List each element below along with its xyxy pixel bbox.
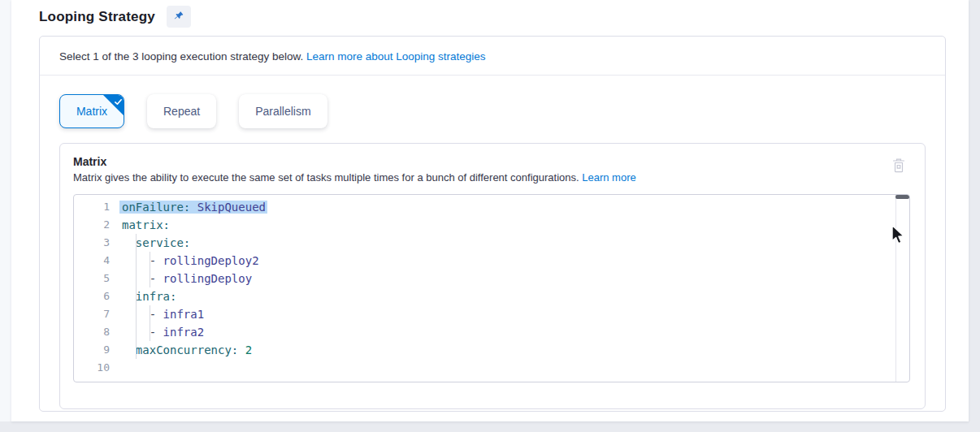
line-number: 9 [74,341,110,359]
code-text: - infra2 [110,323,204,341]
code-line[interactable]: 1 onFailure: SkipQueued [74,198,909,216]
strategy-card-body: Matrix Repeat Parallelism Matrix Matrix … [40,76,945,409]
yaml-dash: - [122,326,163,339]
tab-matrix[interactable]: Matrix [59,94,124,128]
selected-text: onFailure: SkipQueued [122,201,266,214]
yaml-dash: - [122,308,163,321]
yaml-number: 2 [238,343,252,356]
matrix-description-text: Matrix gives the ability to execute the … [73,171,582,184]
yaml-key: infra: [122,290,176,303]
yaml-key: onFailure: [122,201,190,214]
code-text [110,359,122,377]
delete-strategy-button[interactable] [891,156,907,177]
tab-parallelism-label: Parallelism [255,105,310,118]
matrix-detail-title: Matrix [73,155,910,168]
code-text: - infra1 [110,305,204,323]
code-line[interactable]: 4 - rollingDeploy2 [74,252,909,270]
yaml-editor[interactable]: 1 onFailure: SkipQueued 2 matrix: 3 serv… [73,194,910,382]
line-number: 5 [74,270,110,287]
page-title: Looping Strategy [39,9,155,25]
code-line[interactable]: 6 infra: [74,287,909,305]
code-line[interactable]: 9 maxConcurrency: 2 [74,341,909,359]
code-text: maxConcurrency: 2 [110,341,252,359]
code-line[interactable]: 5 - rollingDeploy [74,270,909,287]
yaml-dash: - [122,272,163,285]
learn-more-link[interactable]: Learn more [582,171,635,184]
indent-guide [150,305,150,341]
strategy-tabs: Matrix Repeat Parallelism [59,94,926,128]
strategy-intro: Select 1 of the 3 looping execution stra… [40,37,945,76]
code-line[interactable]: 10 [74,359,909,377]
trash-icon [892,163,905,175]
yaml-key: maxConcurrency: [122,343,238,356]
line-number: 10 [74,359,110,377]
code-line[interactable]: 3 service: [74,234,909,252]
tab-repeat-label: Repeat [163,105,200,118]
line-number: 2 [74,216,110,234]
code-text: matrix: [110,216,170,234]
code-line[interactable]: 2 matrix: [74,216,909,234]
yaml-value: infra1 [163,308,205,321]
code-line[interactable]: 7 - infra1 [74,305,909,323]
looping-strategies-link[interactable]: Learn more about Looping strategies [306,50,486,63]
yaml-value: rollingDeploy2 [163,254,259,267]
line-number: 8 [74,323,110,341]
yaml-dash: - [122,254,163,267]
yaml-value: SkipQueued [190,201,266,214]
looping-strategy-panel: Looping Strategy Select 1 of the 3 loopi… [11,0,969,421]
line-number: 4 [74,252,110,270]
pin-icon [172,10,184,24]
matrix-detail-description: Matrix gives the ability to execute the … [73,171,910,184]
indent-guide [150,252,150,287]
line-number: 1 [74,198,110,216]
code-line[interactable]: 8 - infra2 [74,323,909,341]
page-background-strip [0,0,11,421]
yaml-key: service: [122,236,190,249]
code-text: onFailure: SkipQueued [110,198,266,216]
tab-repeat[interactable]: Repeat [147,94,216,128]
code-text: - rollingDeploy [110,270,252,287]
check-icon [114,96,123,109]
code-text: service: [110,234,190,252]
indent-guide [136,234,137,359]
line-number: 6 [74,287,110,305]
code-text: - rollingDeploy2 [110,252,259,270]
strategy-card: Select 1 of the 3 looping execution stra… [39,36,946,412]
scrollbar-thumb[interactable] [895,195,909,199]
yaml-key: matrix: [122,218,170,231]
line-number: 3 [74,234,110,252]
yaml-value: rollingDeploy [163,272,253,285]
yaml-value: infra2 [163,326,205,339]
intro-text: Select 1 of the 3 looping execution stra… [59,50,306,63]
scrollbar-track[interactable] [895,195,896,382]
panel-header: Looping Strategy [39,0,946,36]
pin-button[interactable] [167,6,191,28]
matrix-detail-card: Matrix Matrix gives the ability to execu… [59,143,926,409]
tab-parallelism[interactable]: Parallelism [239,94,327,128]
line-number: 7 [74,305,110,323]
code-text: infra: [110,287,176,305]
